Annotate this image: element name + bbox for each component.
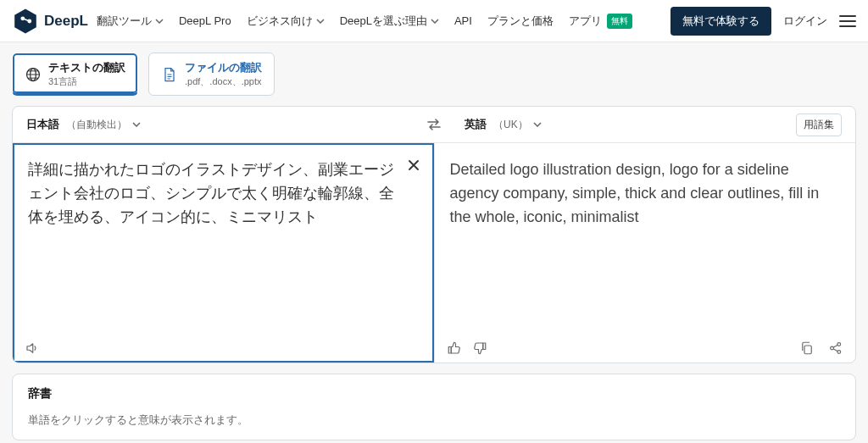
globe-icon bbox=[25, 66, 42, 83]
brand-name: DeepL bbox=[44, 13, 88, 30]
file-icon bbox=[161, 66, 178, 83]
nav-business[interactable]: ビジネス向け bbox=[247, 14, 325, 29]
language-bar: 日本語 （自動検出） 英語 （UK） 用語集 bbox=[13, 107, 855, 142]
source-lang-label: 日本語 bbox=[26, 117, 59, 132]
top-header: DeepL 翻訳ツール DeepL Pro ビジネス向け DeepLを選ぶ理由 … bbox=[0, 0, 868, 42]
copy-button[interactable] bbox=[799, 341, 815, 356]
translator-panel: 日本語 （自動検出） 英語 （UK） 用語集 bbox=[12, 106, 856, 363]
speaker-icon bbox=[25, 341, 40, 356]
chevron-down-icon bbox=[431, 19, 439, 24]
chevron-down-icon bbox=[132, 122, 141, 127]
share-button[interactable] bbox=[828, 341, 843, 356]
copy-icon bbox=[799, 341, 815, 356]
svg-rect-5 bbox=[804, 346, 811, 354]
nav-why[interactable]: DeepLを選ぶ理由 bbox=[340, 14, 439, 29]
target-footer bbox=[435, 334, 856, 363]
source-text-input[interactable] bbox=[13, 143, 434, 334]
source-lang-select[interactable]: 日本語 （自動検出） bbox=[26, 117, 141, 132]
source-lang-area: 日本語 （自動検出） bbox=[13, 117, 417, 132]
nav-translator-label: 翻訳ツール bbox=[97, 14, 152, 29]
glossary-button[interactable]: 用語集 bbox=[796, 114, 842, 136]
tab-file-sub: .pdf、.docx、.pptx bbox=[185, 75, 262, 88]
main-nav: 翻訳ツール DeepL Pro ビジネス向け DeepLを選ぶ理由 API プラ… bbox=[97, 14, 632, 29]
mode-tabs: テキストの翻訳 31言語 ファイルの翻訳 .pdf、.docx、.pptx bbox=[0, 42, 868, 96]
login-link[interactable]: ログイン bbox=[783, 14, 827, 29]
share-icon bbox=[828, 341, 843, 356]
tab-text-sub: 31言語 bbox=[48, 75, 125, 88]
source-column bbox=[13, 143, 435, 363]
clear-source-button[interactable] bbox=[403, 155, 424, 175]
dictionary-panel: 辞書 単語をクリックすると意味が表示されます。 bbox=[12, 374, 856, 440]
close-icon bbox=[408, 159, 420, 171]
try-free-button[interactable]: 無料で体験する bbox=[670, 7, 771, 36]
target-text-output[interactable]: Detailed logo illustration design, logo … bbox=[435, 143, 856, 334]
target-lang-label: 英語 bbox=[465, 117, 487, 132]
nav-api-label: API bbox=[454, 14, 472, 27]
thumbs-up-icon bbox=[447, 341, 462, 356]
thumbs-down-button[interactable] bbox=[472, 341, 487, 356]
svg-marker-0 bbox=[14, 8, 36, 33]
tab-text-title: テキストの翻訳 bbox=[48, 60, 125, 75]
nav-business-label: ビジネス向け bbox=[247, 14, 313, 29]
tab-file-title: ファイルの翻訳 bbox=[185, 60, 262, 75]
tab-text-translate[interactable]: テキストの翻訳 31言語 bbox=[12, 53, 138, 96]
nav-api[interactable]: API bbox=[454, 14, 472, 27]
nav-plans-label: プランと価格 bbox=[487, 14, 554, 29]
chevron-down-icon bbox=[533, 122, 542, 127]
nav-pro-label: DeepL Pro bbox=[179, 14, 231, 27]
nav-pro[interactable]: DeepL Pro bbox=[179, 14, 231, 27]
dictionary-title: 辞書 bbox=[28, 386, 840, 401]
nav-why-label: DeepLを選ぶ理由 bbox=[340, 14, 427, 29]
deepl-logo-icon bbox=[12, 8, 39, 35]
source-lang-detect: （自動検出） bbox=[66, 118, 127, 132]
dictionary-hint: 単語をクリックすると意味が表示されます。 bbox=[28, 413, 840, 428]
chevron-down-icon bbox=[155, 19, 164, 24]
apps-free-badge: 無料 bbox=[607, 14, 632, 29]
listen-source-button[interactable] bbox=[25, 341, 40, 356]
text-row: Detailed logo illustration design, logo … bbox=[13, 142, 855, 363]
target-lang-variant: （UK） bbox=[493, 118, 528, 132]
nav-apps[interactable]: アプリ 無料 bbox=[569, 14, 632, 29]
target-lang-area: 英語 （UK） 用語集 bbox=[451, 114, 855, 136]
nav-translator[interactable]: 翻訳ツール bbox=[97, 14, 164, 29]
swap-icon bbox=[426, 118, 442, 131]
thumbs-up-button[interactable] bbox=[447, 341, 462, 356]
menu-icon[interactable] bbox=[839, 15, 856, 27]
source-footer bbox=[13, 334, 434, 363]
chevron-down-icon bbox=[316, 19, 325, 24]
thumbs-down-icon bbox=[472, 341, 487, 356]
swap-languages-button[interactable] bbox=[417, 118, 451, 131]
brand-logo[interactable]: DeepL bbox=[12, 8, 88, 35]
nav-apps-label: アプリ bbox=[569, 14, 602, 29]
target-lang-select[interactable]: 英語 （UK） bbox=[465, 117, 542, 132]
target-column: Detailed logo illustration design, logo … bbox=[435, 143, 856, 363]
nav-plans[interactable]: プランと価格 bbox=[487, 14, 554, 29]
tab-file-translate[interactable]: ファイルの翻訳 .pdf、.docx、.pptx bbox=[148, 53, 275, 96]
